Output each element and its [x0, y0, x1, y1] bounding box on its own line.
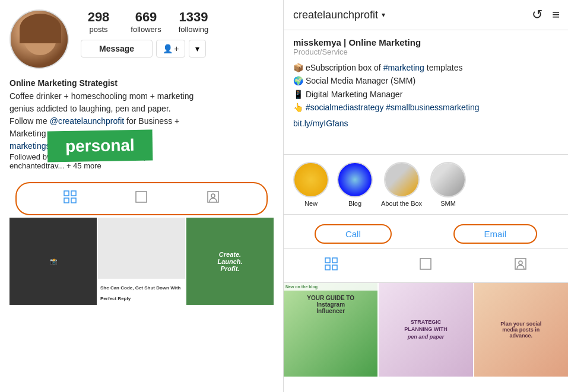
bio-line-3: 📱 Digital Marketing Manager	[293, 90, 402, 99]
stats-row: 298 posts 669 followers 1339 following	[81, 9, 274, 34]
grid-cell-3[interactable]: Create.Launch.Profit.	[186, 218, 274, 305]
svg-point-6	[211, 194, 215, 197]
highlight-label-blog: Blog	[348, 200, 361, 207]
svg-point-13	[519, 261, 522, 264]
chevron-down-icon: ▾	[195, 44, 199, 53]
right-grid-cell-2[interactable]: STRATEGICPLANNING WITHpen and paper	[379, 283, 472, 377]
single-post-icon	[135, 190, 148, 207]
business-name: misskemya | Online Marketing	[293, 37, 559, 47]
right-tabs	[284, 249, 568, 283]
right-grid-cell-1[interactable]: New on the blog YOUR GUIDE TOInstagramIn…	[284, 283, 377, 377]
grid-cell-1[interactable]: 📸	[9, 218, 97, 305]
followed-by-label: Followed by	[9, 152, 53, 161]
tab-single[interactable]	[117, 186, 166, 212]
right-tab-single[interactable]	[405, 254, 446, 278]
posts-label: posts	[89, 25, 107, 34]
svg-rect-10	[332, 265, 337, 270]
right-photo-grid: New on the blog YOUR GUIDE TOInstagramIn…	[284, 283, 568, 393]
highlight-label-about: About the Box	[381, 200, 422, 207]
profile-photo	[11, 11, 68, 68]
tabs-container	[15, 182, 268, 215]
history-icon[interactable]: ↺	[532, 7, 542, 23]
bio-line-4: 👆 #socialmediastrategy #smallbusinessmar…	[293, 103, 479, 112]
grid-image-1: 📸	[47, 256, 59, 267]
action-row: Message 👤 + ▾	[81, 40, 274, 58]
grid-icon	[64, 190, 77, 207]
username-area: createlaunchprofit ▾	[293, 9, 385, 21]
person-icon: 👤	[163, 44, 173, 53]
svg-rect-1	[71, 191, 76, 196]
bio-line-5: Marketing	[9, 129, 46, 138]
highlight-img-about	[385, 163, 418, 196]
call-button-wrapper: Call	[315, 224, 392, 244]
highlight-circle-new	[293, 162, 329, 197]
menu-icon[interactable]: ≡	[552, 7, 559, 23]
svg-rect-7	[325, 258, 330, 263]
tab-tagged[interactable]	[189, 186, 237, 212]
highlight-new[interactable]: New	[293, 162, 329, 207]
highlight-blog[interactable]: Blog	[337, 162, 373, 207]
right-cell-text-1: YOUR GUIDE TOInstagramInfluencer	[284, 292, 377, 317]
right-tab-tagged[interactable]	[500, 254, 541, 278]
call-button[interactable]: Call	[322, 227, 385, 241]
right-cell-text-3: Plan your socialmedia posts inadvance.	[500, 321, 541, 339]
profile-url[interactable]: bit.ly/myIGfans	[293, 117, 559, 130]
bio-line-1: Coffee drinker + homeschooling mom + mar…	[9, 91, 193, 101]
left-profile-area: 298 posts 669 followers 1339 following M…	[0, 0, 284, 314]
bio-name: Online Marketing Strategist	[9, 78, 274, 88]
following-label: following	[179, 25, 209, 34]
highlight-smm[interactable]: SMM	[430, 162, 466, 207]
stat-followers[interactable]: 669 followers	[128, 9, 164, 34]
hashtag-business[interactable]: #smallbusinessmarketing	[386, 103, 479, 112]
stat-following[interactable]: 1339 following	[176, 9, 211, 34]
followers-label: followers	[131, 25, 161, 34]
dropdown-button[interactable]: ▾	[189, 40, 206, 58]
tabs-section	[9, 182, 274, 215]
hashtag-marketing[interactable]: #marketing	[383, 63, 424, 72]
svg-rect-0	[64, 191, 69, 196]
svg-rect-4	[136, 192, 147, 202]
message-button[interactable]: Message	[81, 40, 153, 58]
bio-line-2: genius addicted to laughing, pen and pap…	[9, 104, 171, 113]
bio-line-1: 📦 eSubscription box of #marketing templa…	[293, 63, 463, 72]
chevron-down-icon: ▾	[382, 11, 385, 19]
tag-person-icon	[207, 190, 220, 207]
left-panel: 298 posts 669 followers 1339 following M…	[0, 0, 284, 392]
highlight-label-new: New	[304, 200, 318, 207]
grid-cell-2[interactable]: She Can Code, Get Shut Down With Perfect…	[98, 218, 185, 305]
highlight-img-smm	[431, 163, 465, 196]
hashtag-social[interactable]: #socialmediastrategy	[306, 103, 384, 112]
svg-rect-11	[420, 259, 431, 269]
email-button[interactable]: Email	[461, 227, 531, 241]
grid-text-3: Create.Launch.Profit.	[215, 248, 245, 275]
right-panel: createlaunchprofit ▾ ↺ ≡ misskemya | Onl…	[284, 0, 568, 392]
plus-icon: +	[174, 44, 179, 53]
profile-header: 298 posts 669 followers 1339 following M…	[9, 9, 274, 69]
business-bio: 📦 eSubscription box of #marketing templa…	[293, 61, 559, 130]
personal-banner: personal	[47, 129, 153, 162]
right-tab-grid[interactable]	[310, 254, 352, 278]
grid-icon	[325, 259, 338, 273]
right-grid-cell-3[interactable]: Plan your socialmedia posts inadvance.	[474, 283, 568, 377]
right-header: createlaunchprofit ▾ ↺ ≡	[284, 0, 568, 30]
followed-more: enchantedtrav... + 45 more	[9, 161, 101, 170]
highlight-about[interactable]: About the Box	[381, 162, 422, 207]
photo-grid: 📸 She Can Code, Get Shut Down With Perfe…	[9, 218, 274, 305]
business-type: Product/Service	[293, 47, 559, 56]
stats-area: 298 posts 669 followers 1339 following M…	[81, 9, 274, 58]
highlight-circle-blog	[337, 162, 373, 197]
highlight-circle-smm	[430, 162, 466, 197]
email-button-wrapper: Email	[453, 224, 538, 244]
svg-rect-8	[332, 258, 337, 263]
right-body: misskemya | Online Marketing Product/Ser…	[284, 30, 568, 154]
follow-button[interactable]: 👤 +	[156, 40, 185, 58]
single-post-icon	[419, 259, 432, 273]
bio-line-3: Follow me	[9, 116, 50, 126]
grid-text-2: She Can Code, Get Shut Down With Perfect…	[100, 285, 180, 301]
bio-line-4: for Business +	[124, 116, 179, 126]
stat-posts: 298 posts	[81, 9, 116, 34]
business-username[interactable]: createlaunchprofit	[293, 9, 378, 21]
highlight-circle-about	[384, 162, 420, 197]
createlaunchprofit-link[interactable]: @createlaunchprofit	[50, 116, 125, 126]
tab-grid[interactable]	[46, 186, 94, 212]
